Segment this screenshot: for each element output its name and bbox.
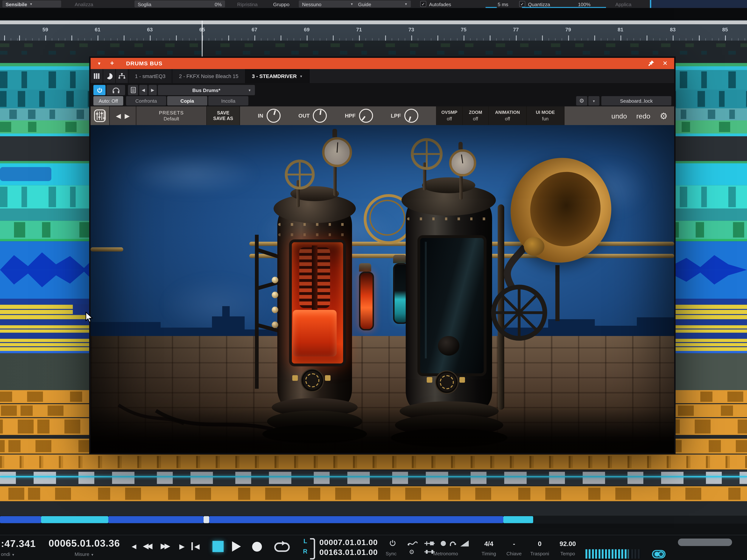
animation-switch[interactable]: ANIMATION off [489,106,527,125]
checkbox-checked-icon[interactable]: ✓ [420,1,426,7]
loop-button[interactable] [273,541,291,554]
play-button[interactable] [232,541,241,552]
add-plugin-icon[interactable]: + [110,59,114,67]
audio-track-gray[interactable] [0,471,747,485]
main-time-unit[interactable]: Misure ▼ [41,551,128,557]
tab-smarteq3[interactable]: 1 - smartEQ3 [128,69,173,83]
next-preset-button[interactable]: ▶ [149,85,157,95]
time-signature-value[interactable]: 4/4 [477,540,500,548]
sensibile-dropdown[interactable]: Sensibile ▼ [2,1,61,8]
gear-icon[interactable]: ⚙ [409,549,414,556]
zoom-slider[interactable] [678,538,732,546]
metronome-hook-icon[interactable] [449,540,457,547]
forward-button[interactable]: ▶▶ [161,542,169,550]
mix-pie-icon[interactable] [103,69,116,83]
chevron-down-icon[interactable]: ▼ [588,96,599,105]
sync-label[interactable]: Sync [386,551,396,556]
horizontal-scrollbar[interactable] [0,21,747,24]
preset-file-icon[interactable] [128,85,138,95]
routing-icon[interactable] [116,69,128,83]
auto-mode-button[interactable]: Auto: Off [93,96,123,105]
close-icon[interactable]: ✕ [663,60,668,67]
secondary-time-unit[interactable]: ondi ▼ [1,551,15,557]
in-knob-group[interactable]: IN [258,109,281,123]
autofades-value[interactable]: 5 ms [498,1,508,8]
key-value[interactable]: - [503,540,525,548]
incolla-button[interactable]: Incolla [208,96,248,105]
rewind-button[interactable]: ◀◀ [143,542,151,550]
key-label[interactable]: Chiave [503,551,525,556]
preset-name-dropdown[interactable]: Bus Drums* ▼ [158,85,255,95]
ui-mode-switch[interactable]: UI MODE fun [526,106,565,125]
mixer-sliders-icon[interactable] [91,106,110,125]
quantizza-value[interactable]: 100% [578,1,591,8]
scroll-handle[interactable] [204,516,209,523]
gear-icon[interactable]: ⚙ [576,96,587,105]
autofades-control[interactable]: ✓ Autofades [420,1,451,8]
tempo-label[interactable]: Tempo [554,551,582,556]
next-bar-button[interactable]: ▶ [179,543,185,550]
save-as-button[interactable]: SAVE AS [213,116,233,122]
metronome-label[interactable]: Metronomo [433,551,458,556]
empty-lane[interactable] [0,501,747,516]
tab-steamdriver[interactable]: 3 - STEAMDRIVER ▼ [246,69,310,83]
ovsmp-switch[interactable]: OVSMP off [437,106,463,125]
scroll-segment[interactable] [108,516,204,523]
scroll-segment[interactable] [503,516,533,523]
metronome-dot-icon[interactable] [441,541,446,546]
tempo-value[interactable]: 92.00 [554,540,582,548]
bypass-power-button[interactable] [93,85,105,95]
transpose-label[interactable]: Trasponi [526,551,553,556]
ripristina-button[interactable]: Ripristina [237,1,258,8]
hpf-knob-group[interactable]: HPF [345,109,373,123]
timeline-ruler[interactable]: 59 61 63 65 67 69 71 73 75 77 79 81 83 8… [0,20,747,41]
prev-bar-button[interactable]: ◀ [132,543,136,549]
channel-strip-icon[interactable] [91,69,103,83]
record-button[interactable] [252,542,262,552]
confronta-button[interactable]: Confronta [126,96,166,105]
transpose-value[interactable]: 0 [526,540,553,548]
automation-line[interactable] [0,476,747,478]
prev-preset-button[interactable]: ◀ [139,85,148,95]
zoom-switch[interactable]: ZOOM off [463,106,489,125]
playhead[interactable] [202,21,203,58]
audio-track-orange[interactable] [0,486,747,501]
gruppo-dropdown[interactable]: Nessuno ▼ [299,1,357,8]
scroll-segment[interactable] [41,516,108,523]
scroll-segment[interactable] [0,516,41,523]
ramp-icon[interactable] [460,540,469,546]
time-signature-label[interactable]: Timing [477,551,500,556]
loop-range-values[interactable]: 00007.01.01.00 00163.01.01.00 [319,538,378,557]
soglia-control[interactable]: Soglia 0% [134,1,225,8]
settings-gear-icon[interactable]: ⚙ [660,110,668,121]
secondary-time-display[interactable]: :47.341 [1,538,36,549]
loop-toggle-icon[interactable] [652,550,666,559]
return-to-start-bar[interactable] [191,542,193,550]
presets-selector[interactable]: PRESETS Default [136,106,207,125]
hpf-knob[interactable] [359,109,373,123]
copia-button[interactable]: Copia [167,96,207,105]
plugin-titlebar[interactable]: ▼ + DRUMS BUS ✕ [91,58,674,69]
stop-button-active[interactable] [212,541,224,552]
out-knob-group[interactable]: OUT [299,109,327,123]
pin-icon[interactable] [648,60,655,67]
scroll-segment[interactable] [209,516,503,523]
return-to-start-button[interactable]: ◀ [194,543,200,550]
out-knob[interactable] [313,109,327,123]
guide-dropdown[interactable]: Guide ▼ [355,1,411,8]
sync-power-icon[interactable] [389,539,396,547]
redo-button[interactable]: redo [636,112,650,120]
audio-track-orange-spiky[interactable] [0,455,747,470]
tab-fkfx-noise-bleach[interactable]: 2 - FKFX Noise Bleach 15 [173,69,246,83]
checkbox-checked-icon[interactable]: ✓ [519,1,525,7]
undo-button[interactable]: undo [612,112,627,120]
keyboard-mapping-button[interactable]: Seaboard..lock [601,96,671,105]
lpf-knob-group[interactable]: LPF [391,109,418,123]
listen-headphones-button[interactable] [106,85,125,95]
tempo-curve-icon[interactable] [407,540,418,546]
save-button[interactable]: SAVE [217,110,229,116]
lpf-knob[interactable] [404,109,418,123]
prev-arrow-icon[interactable]: ◀ [116,112,121,119]
main-time-display[interactable]: 00065.01.03.36 [41,538,128,549]
next-arrow-icon[interactable]: ▶ [125,112,130,119]
